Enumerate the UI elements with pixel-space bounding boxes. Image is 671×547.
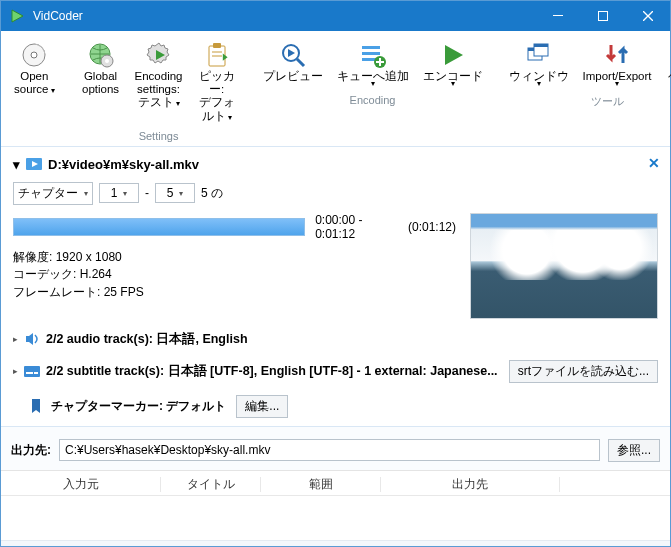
preview-thumbnail xyxy=(470,213,658,319)
add-to-queue-label: キューへ追加▾ xyxy=(337,70,409,87)
chapter-dash: - xyxy=(145,186,149,200)
chapter-markers-label: チャプターマーカー: デフォルト xyxy=(51,398,226,415)
svg-marker-0 xyxy=(12,10,23,22)
expand-caret-icon: ▾ xyxy=(13,157,20,172)
picker-button[interactable]: ピッカー: デフォルト▾ xyxy=(194,37,240,127)
range-bar[interactable] xyxy=(13,218,305,236)
close-button[interactable] xyxy=(625,1,670,31)
maximize-button[interactable] xyxy=(580,1,625,31)
source-path: D:¥video¥m¥sky-all.mkv xyxy=(48,157,199,172)
queue-col-source[interactable]: 入力元 xyxy=(1,477,161,492)
svg-rect-29 xyxy=(534,44,548,47)
import-export-label: Import/Export▾ xyxy=(583,70,652,87)
titlebar: VidCoder xyxy=(1,1,670,31)
svg-rect-2 xyxy=(598,12,607,21)
svg-rect-36 xyxy=(34,372,38,374)
chapter-suffix: 5 の xyxy=(201,185,223,202)
minimize-button[interactable] xyxy=(535,1,580,31)
group-settings-label: Settings xyxy=(78,130,240,142)
add-to-queue-button[interactable]: キューへ追加▾ xyxy=(334,37,412,91)
audio-summary: 2/2 audio track(s): 日本語, English xyxy=(46,331,248,348)
svg-rect-12 xyxy=(213,43,221,48)
dropdown-caret-icon: ▾ xyxy=(176,99,180,108)
picker-label: ピッカー: デフォルト▾ xyxy=(197,70,237,123)
magnifier-play-icon xyxy=(279,41,307,69)
windows-icon xyxy=(525,41,553,69)
bookmark-icon xyxy=(31,399,41,413)
dropdown-caret-icon: ▾ xyxy=(509,82,569,87)
subtitle-summary: 2/2 subtitle track(s): 日本語 [UTF-8], Engl… xyxy=(46,363,498,380)
list-add-icon xyxy=(359,41,387,69)
chapter-end-combo[interactable]: 5▾ xyxy=(155,183,195,203)
gear-play-icon xyxy=(145,41,173,69)
subtitle-icon xyxy=(24,364,40,378)
expand-caret-icon: ▸ xyxy=(13,366,18,376)
play-icon xyxy=(439,41,467,69)
encode-label: エンコード▾ xyxy=(423,70,483,87)
window-label: ウィンドウ▾ xyxy=(509,70,569,87)
dropdown-caret-icon: ▾ xyxy=(337,82,409,87)
svg-rect-35 xyxy=(26,372,33,374)
chapter-start-combo[interactable]: 1▾ xyxy=(99,183,139,203)
svg-rect-20 xyxy=(362,52,380,55)
svg-rect-1 xyxy=(553,15,563,16)
svg-rect-34 xyxy=(24,366,40,377)
dropdown-caret-icon: ▾ xyxy=(123,189,127,198)
queue-panel: 入力元 タイトル 範囲 出力先 xyxy=(1,470,670,540)
open-source-label: Open source▾ xyxy=(14,70,55,96)
window-button[interactable]: ウィンドウ▾ xyxy=(506,37,572,91)
encode-button[interactable]: エンコード▾ xyxy=(420,37,486,91)
dropdown-caret-icon: ▾ xyxy=(179,189,183,198)
encoding-settings-button[interactable]: Encoding settings: テスト▾ xyxy=(132,37,186,114)
framerate-label: フレームレート: 25 FPS xyxy=(13,284,456,301)
queue-col-dest[interactable]: 出力先 xyxy=(381,477,560,492)
preview-label: プレビュー xyxy=(263,70,323,83)
codec-label: コーデック: H.264 xyxy=(13,266,456,283)
status-strip xyxy=(1,540,670,546)
dropdown-caret-icon: ▾ xyxy=(84,189,88,198)
chapter-mode-combo[interactable]: チャプター▾ xyxy=(13,182,93,205)
audio-icon xyxy=(24,332,40,346)
svg-point-9 xyxy=(105,59,109,63)
dropdown-caret-icon: ▾ xyxy=(51,86,55,95)
source-header[interactable]: ▾ D:¥video¥m¥sky-all.mkv xyxy=(13,157,658,172)
queue-col-range[interactable]: 範囲 xyxy=(261,477,381,492)
svg-point-6 xyxy=(31,52,37,58)
svg-line-18 xyxy=(297,59,304,66)
dropdown-caret-icon: ▾ xyxy=(423,82,483,87)
close-source-button[interactable]: ✕ xyxy=(648,155,660,171)
group-tools-label: ツール xyxy=(506,94,672,109)
browse-output-button[interactable]: 参照... xyxy=(608,439,660,462)
app-title: VidCoder xyxy=(33,9,535,23)
subtitle-section[interactable]: ▸ 2/2 subtitle track(s): 日本語 [UTF-8], En… xyxy=(13,360,658,383)
queue-col-title[interactable]: タイトル xyxy=(161,477,261,492)
dropdown-caret-icon: ▾ xyxy=(668,82,671,87)
import-export-button[interactable]: Import/Export▾ xyxy=(580,37,655,91)
expand-caret-icon: ▸ xyxy=(13,334,18,344)
open-source-button[interactable]: Open source▾ xyxy=(11,37,58,100)
globe-gear-icon xyxy=(87,41,115,69)
preview-button[interactable]: プレビュー xyxy=(260,37,326,87)
ribbon-toolbar: Open source▾ Global options xyxy=(1,31,670,147)
svg-marker-25 xyxy=(445,45,463,65)
dropdown-caret-icon: ▾ xyxy=(583,82,652,87)
time-range: 0:00:00 - 0:01:12 xyxy=(315,213,398,241)
edit-chapters-button[interactable]: 編集... xyxy=(236,395,288,418)
help-button[interactable]: ? ヘルプ▾ xyxy=(663,37,671,91)
video-file-icon xyxy=(26,157,42,171)
import-export-icon xyxy=(603,41,631,69)
disc-icon xyxy=(20,41,48,69)
global-options-label: Global options xyxy=(82,70,119,96)
help-label: ヘルプ▾ xyxy=(668,70,671,87)
group-encoding-label: Encoding xyxy=(260,94,486,106)
encoding-settings-label: Encoding settings: テスト▾ xyxy=(135,70,183,110)
svg-rect-19 xyxy=(362,46,380,49)
dropdown-caret-icon: ▾ xyxy=(228,113,232,122)
app-icon xyxy=(9,8,25,24)
load-srt-button[interactable]: srtファイルを読み込む... xyxy=(509,360,658,383)
output-path-input[interactable] xyxy=(59,439,600,461)
duration: (0:01:12) xyxy=(408,220,456,234)
clipboard-icon xyxy=(203,41,231,69)
audio-section[interactable]: ▸ 2/2 audio track(s): 日本語, English xyxy=(13,331,658,348)
global-options-button[interactable]: Global options xyxy=(78,37,124,100)
